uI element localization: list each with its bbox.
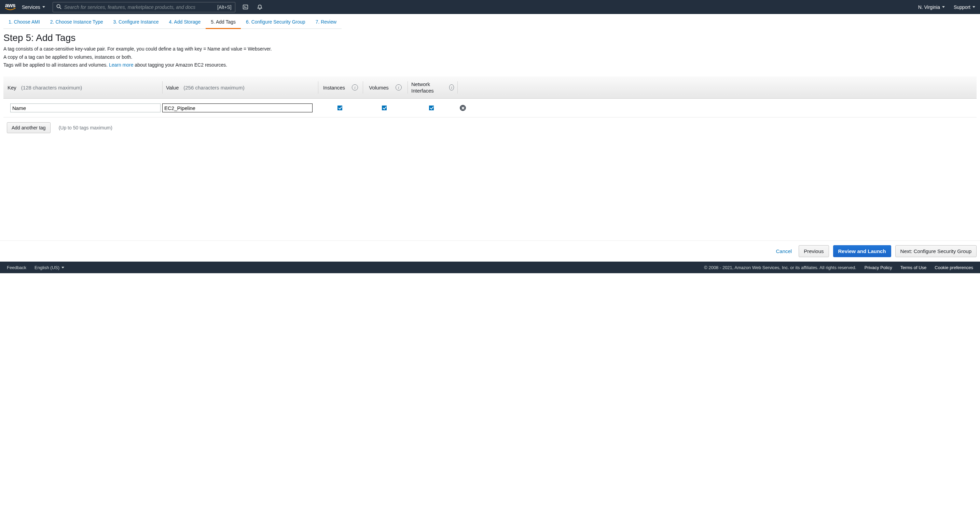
learn-more-link[interactable]: Learn more: [109, 62, 134, 68]
col-volumes: Volumes i: [363, 76, 407, 99]
wizard-step-choose-ami[interactable]: 1. Choose AMI: [3, 15, 45, 29]
col-value-hint: (256 characters maximum): [183, 85, 244, 91]
info-icon[interactable]: i: [352, 84, 358, 91]
next-configure-security-group-button[interactable]: Next: Configure Security Group: [895, 245, 977, 257]
wizard-steps: 1. Choose AMI 2. Choose Instance Type 3.…: [0, 15, 980, 29]
search-input[interactable]: [64, 5, 215, 10]
privacy-policy-link[interactable]: Privacy Policy: [865, 265, 892, 270]
cookie-preferences-link[interactable]: Cookie preferences: [935, 265, 973, 270]
wizard-footer-buttons: Cancel Previous Review and Launch Next: …: [0, 240, 980, 262]
region-label: N. Virginia: [918, 5, 940, 10]
tag-network-checkbox[interactable]: [429, 105, 434, 110]
page-description: A tag consists of a case-sensitive key-v…: [3, 45, 977, 69]
terms-of-use-link[interactable]: Terms of Use: [900, 265, 927, 270]
tags-table: Key (128 characters maximum) Value (256 …: [3, 76, 977, 118]
col-value-label: Value: [166, 85, 179, 91]
top-navigation: aws Services [Alt+S] N. Virginia Support: [0, 0, 980, 14]
desc-line-1: A tag consists of a case-sensitive key-v…: [3, 45, 977, 53]
desc-line-3b: about tagging your Amazon EC2 resources.: [134, 62, 228, 68]
aws-logo-smile-icon: [5, 8, 16, 11]
col-key-label: Key: [8, 85, 16, 91]
caret-down-icon: [62, 267, 64, 269]
aws-logo[interactable]: aws: [5, 3, 16, 11]
info-icon[interactable]: i: [396, 84, 402, 91]
feedback-link[interactable]: Feedback: [7, 265, 26, 270]
tag-row: [3, 99, 977, 118]
global-search[interactable]: [Alt+S]: [52, 2, 235, 12]
col-value: Value (256 characters maximum): [162, 76, 318, 99]
caret-down-icon: [42, 6, 45, 8]
col-instances-label: Instances: [323, 85, 345, 91]
tag-value-input[interactable]: [162, 103, 313, 112]
page-title: Step 5: Add Tags: [3, 32, 977, 43]
support-menu[interactable]: Support: [954, 5, 975, 10]
add-tag-row: Add another tag (Up to 50 tags maximum): [3, 118, 977, 138]
delete-tag-button[interactable]: [460, 105, 466, 111]
previous-button[interactable]: Previous: [799, 245, 829, 257]
topnav-right: N. Virginia Support: [918, 5, 975, 10]
col-instances: Instances i: [318, 76, 363, 99]
search-shortcut-hint: [Alt+S]: [217, 5, 232, 10]
bottom-bar: Feedback English (US) © 2008 - 2021, Ama…: [0, 262, 980, 273]
col-volumes-label: Volumes: [369, 85, 389, 91]
search-icon: [56, 4, 62, 10]
support-label: Support: [954, 5, 970, 10]
col-key-hint: (128 characters maximum): [21, 85, 82, 91]
info-icon[interactable]: i: [449, 84, 454, 91]
wizard-step-add-storage[interactable]: 4. Add Storage: [164, 15, 206, 29]
tag-instances-checkbox[interactable]: [337, 105, 342, 110]
services-menu[interactable]: Services: [22, 5, 45, 10]
caret-down-icon: [942, 6, 945, 8]
wizard-step-security-group[interactable]: 6. Configure Security Group: [241, 15, 310, 29]
col-network-interfaces: Network Interfaces i: [408, 76, 457, 99]
col-network-label: Network Interfaces: [411, 81, 442, 94]
caret-down-icon: [972, 6, 975, 8]
svg-line-1: [60, 7, 61, 8]
region-selector[interactable]: N. Virginia: [918, 5, 945, 10]
desc-line-3a: Tags will be applied to all instances an…: [3, 62, 109, 68]
review-and-launch-button[interactable]: Review and Launch: [833, 245, 891, 257]
wizard-step-choose-instance-type[interactable]: 2. Choose Instance Type: [45, 15, 108, 29]
wizard-step-add-tags[interactable]: 5. Add Tags: [206, 15, 241, 29]
language-label: English (US): [35, 265, 59, 270]
wizard-step-review[interactable]: 7. Review: [310, 15, 342, 29]
tag-key-input[interactable]: [10, 103, 161, 112]
desc-line-2: A copy of a tag can be applied to volume…: [3, 54, 977, 61]
services-label: Services: [22, 5, 40, 10]
wizard-step-configure-instance[interactable]: 3. Configure Instance: [108, 15, 164, 29]
copyright-text: © 2008 - 2021, Amazon Web Services, Inc.…: [704, 265, 856, 270]
notifications-button[interactable]: [256, 3, 264, 11]
desc-line-3: Tags will be applied to all instances an…: [3, 62, 977, 69]
tag-volumes-checkbox[interactable]: [382, 105, 387, 110]
tags-table-header: Key (128 characters maximum) Value (256 …: [3, 76, 977, 99]
page-content: Step 5: Add Tags A tag consists of a cas…: [0, 29, 980, 138]
add-tag-hint: (Up to 50 tags maximum): [59, 125, 112, 130]
svg-point-0: [57, 5, 60, 8]
add-another-tag-button[interactable]: Add another tag: [7, 122, 51, 133]
col-key: Key (128 characters maximum): [3, 76, 162, 99]
language-selector[interactable]: English (US): [35, 265, 64, 270]
cancel-button[interactable]: Cancel: [773, 246, 794, 256]
cloudshell-button[interactable]: [242, 3, 250, 11]
